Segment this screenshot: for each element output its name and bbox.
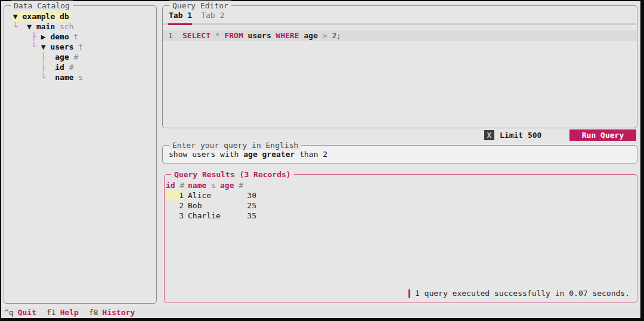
cell-name[interactable]: Alice xyxy=(188,190,219,200)
table-row[interactable]: 3 Charlie 35 xyxy=(166,211,637,221)
nl-text-highlight: greater xyxy=(262,150,300,159)
cell-name[interactable]: Bob xyxy=(188,200,219,211)
chevron-down-icon[interactable]: ▼ xyxy=(41,42,51,51)
query-editor-title: Query Editor xyxy=(169,1,231,11)
footer-history[interactable]: f8History xyxy=(89,307,135,318)
results-header-row: id # name s age # xyxy=(166,180,637,190)
key-action-label: History xyxy=(103,307,135,318)
tree-guide: └ xyxy=(8,42,41,51)
tree-item-example-db[interactable]: ▼ example db xyxy=(8,11,156,21)
tree-item-label: demo xyxy=(50,32,69,41)
query-editor-panel: Query Editor Tab 1 Tab 2 1SELECT * FROM … xyxy=(162,5,637,128)
sql-editor-line[interactable]: 1SELECT * FROM users WHERE age > 2; xyxy=(163,30,637,41)
status-text: 1 query executed successfully in 0.07 se… xyxy=(415,289,630,298)
key-action-label: Quit xyxy=(18,307,36,318)
tree-item-name-column[interactable]: └ name s xyxy=(8,72,156,82)
column-name: id xyxy=(166,181,175,190)
cell-id[interactable]: 2 xyxy=(166,200,184,211)
tree-guide: ├ xyxy=(8,32,41,41)
tree-item-main-schema[interactable]: └ ▼ main sch xyxy=(8,21,156,32)
run-query-button[interactable]: Run Query xyxy=(569,129,636,141)
table-row[interactable]: 2 Bob 25 xyxy=(166,200,637,211)
sql-keyword: WHERE xyxy=(276,31,304,40)
cell-id[interactable]: 3 xyxy=(166,211,184,221)
limit-label[interactable]: Limit 500 xyxy=(500,130,541,140)
cell-name[interactable]: Charlie xyxy=(188,211,219,221)
sql-identifier: users xyxy=(248,31,276,40)
key-hint: ^q xyxy=(4,307,14,318)
column-type-icon: # xyxy=(175,181,185,190)
query-results-title: Query Results (3 Records) xyxy=(171,169,294,180)
nl-text-segment: than 2 xyxy=(299,150,327,159)
tree-item-label: main xyxy=(36,22,55,31)
column-header-age[interactable]: age # xyxy=(219,180,258,190)
tree-item-type: t xyxy=(74,42,83,51)
sql-operator: * xyxy=(215,31,225,40)
status-message: 1 query executed successfully in 0.07 se… xyxy=(408,289,630,298)
column-name: age xyxy=(220,181,234,190)
chevron-right-icon[interactable]: ▶ xyxy=(41,32,51,41)
tree-item-users-table[interactable]: └ ▼ users t xyxy=(8,42,156,52)
key-action-label: Help xyxy=(60,307,79,318)
editor-tab-bar: Tab 1 Tab 2 xyxy=(163,6,637,21)
nl-text-segment: show users with xyxy=(169,150,243,159)
tree-item-type: # xyxy=(64,63,74,72)
sql-identifier: age xyxy=(304,31,323,40)
tree-item-label: example xyxy=(22,12,55,21)
column-name: name xyxy=(188,181,206,190)
tree-item-type: t xyxy=(69,32,79,41)
tree-item-age-column[interactable]: ├ age # xyxy=(8,52,156,62)
cell-id-selected[interactable]: 1 xyxy=(166,190,184,200)
footer-help[interactable]: f1Help xyxy=(47,307,79,318)
tab-separator xyxy=(163,23,636,25)
status-accent-bar xyxy=(408,289,410,298)
cell-age[interactable]: 35 xyxy=(219,211,258,221)
table-row[interactable]: 1 Alice 30 xyxy=(166,190,637,200)
catalog-tree: ▼ example db └ ▼ main sch ├ ▶ demo t └ ▼… xyxy=(4,6,156,82)
sql-number: 2; xyxy=(332,31,342,40)
footer-keybar: ^qQuit f1Help f8History xyxy=(1,307,640,318)
tree-item-type: # xyxy=(69,53,79,61)
chevron-down-icon[interactable]: ▼ xyxy=(13,12,23,21)
column-type-icon: # xyxy=(234,181,243,190)
tree-item-label: name xyxy=(55,73,73,82)
results-table: id # name s age # 1 Alice 30 2 Bob 25 3 … xyxy=(165,175,637,221)
tree-item-id-column[interactable]: ├ id # xyxy=(8,62,156,72)
tree-guide xyxy=(8,12,13,21)
tree-guide: ├ xyxy=(8,63,55,72)
column-header-id[interactable]: id # xyxy=(166,180,184,190)
sql-operator: > xyxy=(323,31,332,40)
tree-guide: └ xyxy=(8,22,27,31)
column-header-name[interactable]: name s xyxy=(188,180,219,190)
tree-guide: └ xyxy=(8,73,55,82)
tree-item-label: users xyxy=(50,42,73,51)
tree-item-type: sch xyxy=(55,22,73,31)
tab-1[interactable]: Tab 1 xyxy=(169,11,192,21)
line-number: 1 xyxy=(168,30,182,41)
nl-text-highlight: age xyxy=(243,150,262,159)
english-query-panel[interactable]: Enter your query in English show users w… xyxy=(162,145,637,163)
data-catalog-panel: Data Catalog ▼ example db └ ▼ main sch ├… xyxy=(4,5,157,304)
limit-checkbox[interactable]: X xyxy=(484,130,494,140)
sql-keyword: SELECT xyxy=(182,31,215,40)
cell-age[interactable]: 25 xyxy=(219,200,258,211)
cell-age[interactable]: 30 xyxy=(219,190,258,200)
tree-selected-highlight: ▼ example db xyxy=(13,11,71,21)
tab-2[interactable]: Tab 2 xyxy=(201,11,224,21)
query-results-panel: Query Results (3 Records) id # name s ag… xyxy=(164,174,637,303)
tree-item-label: age xyxy=(55,53,69,61)
tree-item-type: db xyxy=(55,12,69,21)
sql-keyword: FROM xyxy=(224,31,247,40)
tree-item-type: s xyxy=(74,73,83,82)
active-tab-underline xyxy=(168,23,192,25)
column-type-icon: s xyxy=(206,181,216,190)
chevron-down-icon[interactable]: ▼ xyxy=(27,22,36,31)
key-hint: f1 xyxy=(47,307,56,318)
key-hint: f8 xyxy=(89,307,98,318)
footer-quit[interactable]: ^qQuit xyxy=(4,307,36,318)
tree-item-label: id xyxy=(55,63,64,72)
tree-item-demo-table[interactable]: ├ ▶ demo t xyxy=(8,32,156,42)
tree-guide: ├ xyxy=(8,53,55,61)
english-query-title: Enter your query in English xyxy=(169,140,301,150)
data-catalog-title: Data Catalog xyxy=(11,1,73,11)
